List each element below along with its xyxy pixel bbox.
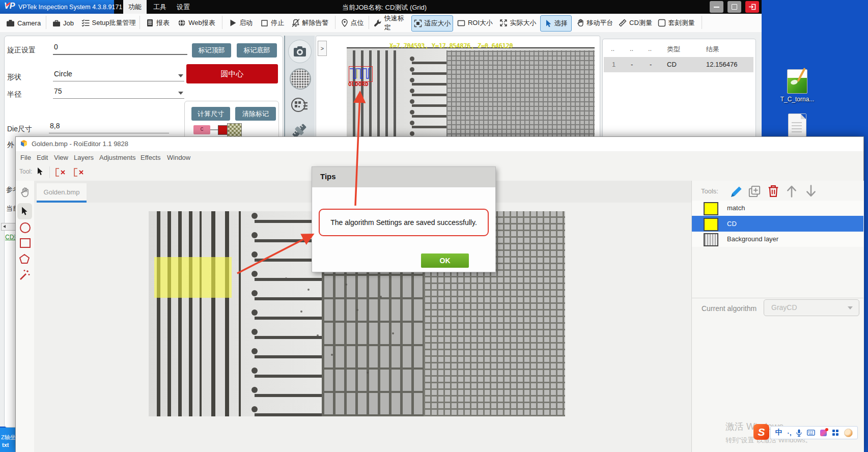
exit-icon: [748, 4, 756, 10]
circle-center-button[interactable]: 圆中心: [186, 64, 278, 83]
toolbar-button-stop[interactable]: 停止: [259, 15, 286, 31]
delete-roi-icon[interactable]: [55, 167, 66, 177]
camera-coords-overlay: X=7.704593, Y=17.854876, Z=0.646120: [389, 42, 513, 49]
ime-punct-mode[interactable]: ·,: [788, 429, 792, 437]
toolbar-button-cd-measure[interactable]: CD测量: [617, 15, 654, 31]
grid-icon[interactable]: [832, 429, 839, 436]
radius-select[interactable]: 75: [53, 87, 184, 99]
toolbar-button-move-platform[interactable]: 移动平台: [574, 15, 615, 31]
menu-view[interactable]: View: [54, 154, 68, 161]
close-button[interactable]: [745, 1, 759, 13]
strip-camera-button[interactable]: [288, 40, 312, 63]
ok-button[interactable]: OK: [421, 253, 469, 268]
toolbar-button-quick-calib[interactable]: 快速标定: [374, 15, 410, 31]
sliver-cd-link[interactable]: CD测量: [5, 233, 15, 242]
desktop-icon-npp[interactable]: T_C_torna...: [778, 67, 817, 106]
expand-panel-button[interactable]: >: [318, 41, 327, 56]
toolbar-button-webreport[interactable]: Web报表: [174, 15, 219, 31]
toolbar-button-actual-size[interactable]: 实际大小: [497, 15, 539, 31]
strip-recipe-button[interactable]: [290, 95, 309, 114]
cd-highlight-region[interactable]: [154, 257, 232, 298]
shape-select[interactable]: Circle: [53, 70, 184, 81]
rect-tool-icon[interactable]: [20, 238, 31, 248]
vptek-menu-function[interactable]: 功能: [123, 0, 147, 14]
toolbar-separator: [46, 16, 46, 29]
menu-edit[interactable]: Edit: [37, 154, 48, 161]
mark-top-button[interactable]: 标记顶部: [192, 43, 231, 58]
toolbar-button-camera[interactable]: Camera: [4, 15, 43, 31]
menu-effects[interactable]: Effects: [141, 154, 161, 161]
keyboard-icon[interactable]: [807, 430, 815, 436]
maximize-icon: [732, 4, 737, 10]
desktop-icon-txt-selected[interactable]: Z轴坐 txt: [0, 428, 16, 452]
sogou-ime-logo[interactable]: S: [753, 424, 769, 440]
strip-wafer-button[interactable]: [290, 68, 311, 90]
mark-color-swatch[interactable]: [218, 125, 228, 135]
circle-tool-icon[interactable]: [20, 222, 31, 233]
notification-dot: [825, 428, 828, 431]
roi-box[interactable]: [349, 66, 373, 82]
mic-icon[interactable]: [796, 429, 802, 437]
toolbar-button-overlay-measure[interactable]: 套刻测量: [656, 15, 696, 31]
color-chip[interactable]: c: [193, 125, 210, 134]
mark-bottom-button[interactable]: 标记底部: [237, 43, 277, 58]
toolbar-button-job[interactable]: Job: [50, 15, 76, 31]
menu-file[interactable]: File: [20, 154, 31, 161]
move-layer-down-icon[interactable]: [805, 184, 817, 198]
minimize-button[interactable]: [710, 1, 723, 13]
pan-tool-icon[interactable]: [19, 186, 30, 199]
briefcase-icon: [52, 19, 61, 27]
toolbar-separator: [49, 166, 50, 178]
vptek-menu-tools[interactable]: 工具: [149, 0, 171, 14]
toolbar-button-clear-alarm[interactable]: 解除告警: [288, 15, 332, 31]
toolbar-button-start[interactable]: 启动: [226, 15, 256, 31]
layer-label-background: Background layer: [727, 235, 778, 243]
tools-label: Tools:: [701, 187, 718, 195]
die-size-input[interactable]: 8,8: [49, 122, 169, 133]
table-cell-c3: -: [650, 61, 652, 68]
toolbar-button-setup[interactable]: Setup批量管理: [79, 15, 137, 31]
tips-dialog-titlebar[interactable]: Tips: [312, 167, 495, 187]
edit-layer-pencil-icon[interactable]: [730, 185, 743, 197]
toolbar-button-report[interactable]: 报表: [144, 15, 172, 31]
wand-tool-icon[interactable]: [18, 269, 31, 281]
vptek-menu-settings[interactable]: 设置: [172, 0, 194, 14]
toolbar-button-select[interactable]: 选择: [540, 15, 572, 32]
desktop-icon-txt-line1: Z轴坐: [1, 434, 16, 441]
desktop-icon-txt-line2: txt: [2, 442, 9, 448]
menu-layers[interactable]: Layers: [74, 154, 94, 161]
delete-roi-icon[interactable]: [73, 167, 85, 177]
chip-connector: [210, 129, 218, 130]
toolbar-button-fit-size[interactable]: 适应大小: [411, 15, 453, 32]
toolbar-button-roi-size[interactable]: ROI大小: [455, 15, 495, 31]
maximize-button[interactable]: [727, 1, 741, 13]
delete-layer-trash-icon[interactable]: [767, 184, 779, 198]
dust-specks: [285, 277, 287, 279]
select-tool-button[interactable]: [17, 203, 32, 219]
calc-size-button[interactable]: 计算尺寸: [191, 107, 230, 121]
chevron-down-icon: [178, 74, 183, 77]
ime-toolbar[interactable]: 中 ·,: [770, 426, 858, 439]
current-algorithm-select[interactable]: GrayCD: [764, 299, 859, 316]
palette-icon[interactable]: [820, 429, 827, 436]
vptek-title: VPTek Inspection System 4.3.8.9171: [18, 4, 122, 11]
move-layer-up-icon[interactable]: [786, 184, 798, 198]
roieditor-titlebar[interactable]: [16, 137, 863, 151]
emoji-icon[interactable]: [844, 429, 853, 437]
desktop-icon-document[interactable]: [788, 114, 806, 137]
duplicate-layer-icon[interactable]: [748, 185, 761, 197]
menu-window[interactable]: Window: [167, 154, 190, 161]
rotate-input[interactable]: 0: [53, 43, 187, 55]
bell-slash-icon: [292, 19, 300, 27]
polygon-tool-icon[interactable]: [19, 253, 30, 265]
die-size-label: Die尺寸: [7, 125, 32, 134]
pattern-swatch[interactable]: [227, 123, 242, 137]
sliver-hscrollbar[interactable]: [1, 223, 16, 231]
scroll-left-icon: [3, 225, 6, 228]
vptek-job-label: 当前JOB名称: CD测试 (Grid): [342, 3, 427, 12]
ime-cn-mode[interactable]: 中: [775, 428, 782, 437]
toolbar-button-point[interactable]: 点位: [339, 15, 366, 31]
tab-golden-bmp[interactable]: Golden.bmp: [37, 183, 87, 201]
menu-adjustments[interactable]: Adjustments: [99, 154, 136, 161]
clear-marks-button[interactable]: 清除标记: [235, 107, 276, 121]
